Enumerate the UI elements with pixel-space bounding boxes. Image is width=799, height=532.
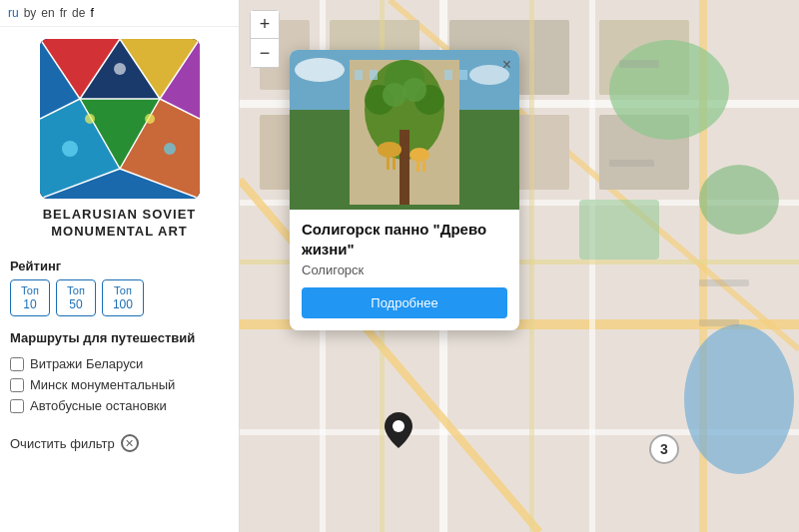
zoom-out-button[interactable]: − <box>251 39 279 67</box>
lang-fr[interactable]: fr <box>60 6 67 20</box>
route-vitrazhi-checkbox[interactable] <box>10 357 24 371</box>
logo-text: BELARUSIAN SOVIET MONUMENTAL ART <box>43 207 197 241</box>
route-vitrazhi[interactable]: Витражи Беларуси <box>10 353 229 374</box>
svg-rect-51 <box>619 60 659 68</box>
svg-rect-50 <box>529 0 534 532</box>
popup-detail-button[interactable]: Подробнее <box>302 287 507 318</box>
facebook-button[interactable]: f <box>90 6 93 20</box>
clear-filter[interactable]: Очистить фильтр ✕ <box>0 424 239 462</box>
svg-point-44 <box>609 40 729 140</box>
svg-point-71 <box>402 78 426 102</box>
svg-rect-73 <box>370 70 378 80</box>
popup-image <box>290 50 519 210</box>
logo-image <box>40 39 200 199</box>
svg-point-24 <box>145 114 155 124</box>
svg-rect-60 <box>400 130 409 205</box>
svg-rect-62 <box>387 158 390 170</box>
popup-subtitle: Солигорск <box>302 263 507 277</box>
svg-point-22 <box>114 63 126 75</box>
lang-by[interactable]: by <box>24 6 37 20</box>
popup-title: Солигорск панно "Древо жизни" <box>302 220 507 259</box>
svg-rect-54 <box>699 319 739 326</box>
logo-area: BELARUSIAN SOVIET MONUMENTAL ART <box>0 27 239 249</box>
svg-rect-63 <box>393 158 396 170</box>
language-bar: ru by en fr de f <box>0 0 239 27</box>
svg-point-20 <box>62 141 78 157</box>
lang-ru[interactable]: ru <box>8 6 19 20</box>
lang-de[interactable]: de <box>72 6 85 20</box>
sidebar-scroll: BELARUSIAN SOVIET MONUMENTAL ART Рейтинг… <box>0 27 239 532</box>
sidebar: ru by en fr de f <box>0 0 240 532</box>
zoom-in-button[interactable]: + <box>251 11 279 39</box>
rating-buttons: Топ 10 Топ 50 Топ 100 <box>0 279 239 327</box>
svg-rect-53 <box>699 279 749 286</box>
svg-point-47 <box>684 324 794 474</box>
route-minsk[interactable]: Минск монументальный <box>10 374 229 395</box>
popup-artwork-svg <box>290 50 519 210</box>
svg-rect-32 <box>589 0 595 532</box>
svg-point-64 <box>409 148 429 162</box>
route-avtobus[interactable]: Автобусные остановки <box>10 395 229 416</box>
svg-rect-72 <box>355 70 363 80</box>
map-marker[interactable] <box>385 412 412 452</box>
popup-close-button[interactable]: × <box>502 56 511 74</box>
svg-rect-66 <box>422 162 425 172</box>
routes-section-title: Маршруты для путешествий <box>10 326 229 353</box>
svg-rect-46 <box>579 200 659 260</box>
rating-top-50[interactable]: Топ 50 <box>56 279 96 317</box>
logo-svg <box>40 39 200 199</box>
route-avtobus-checkbox[interactable] <box>10 399 24 413</box>
svg-point-23 <box>85 114 95 124</box>
svg-rect-74 <box>444 70 452 80</box>
lang-en[interactable]: en <box>41 6 54 20</box>
marker-svg <box>385 412 412 448</box>
clear-filter-label: Очистить фильтр <box>10 436 115 451</box>
svg-point-76 <box>295 58 345 82</box>
rating-top-100[interactable]: Топ 100 <box>102 279 144 317</box>
map-badge: 3 <box>649 434 679 464</box>
rating-top-10[interactable]: Топ 10 <box>10 279 50 317</box>
map-zoom-controls: + − <box>250 10 280 68</box>
map-popup: × <box>290 50 519 330</box>
clear-filter-icon: ✕ <box>121 434 139 452</box>
route-minsk-checkbox[interactable] <box>10 378 24 392</box>
routes-section: Маршруты для путешествий Витражи Беларус… <box>0 326 239 424</box>
popup-content: Солигорск панно "Древо жизни" Солигорск … <box>290 210 519 330</box>
svg-point-55 <box>393 420 404 432</box>
svg-point-61 <box>378 142 401 158</box>
map-area: + − 3 × <box>240 0 799 532</box>
rating-section-title: Рейтинг <box>0 249 239 279</box>
svg-rect-75 <box>459 70 467 80</box>
svg-point-21 <box>164 143 176 155</box>
svg-rect-65 <box>416 162 419 172</box>
svg-point-70 <box>383 83 406 107</box>
svg-rect-52 <box>609 160 654 167</box>
svg-point-45 <box>699 165 779 235</box>
